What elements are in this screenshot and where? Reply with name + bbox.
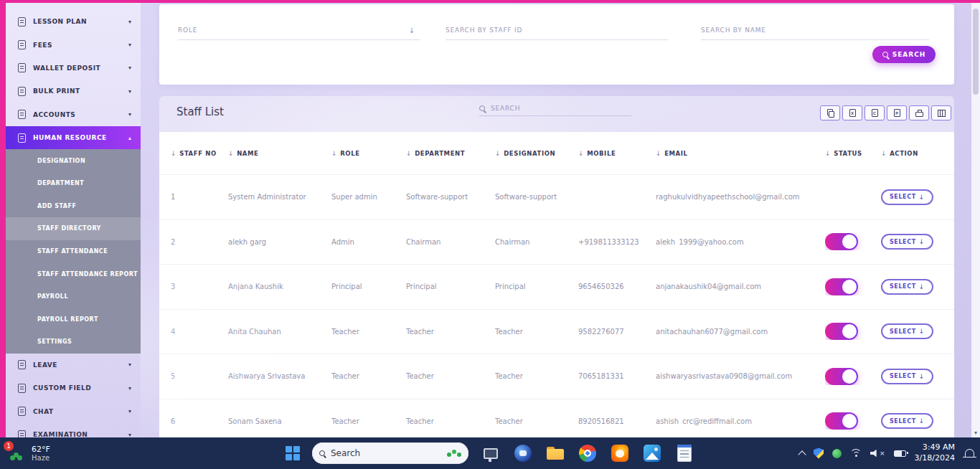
cell-role: Teacher: [331, 372, 406, 380]
search-button[interactable]: SEARCH: [872, 46, 936, 63]
name-filter[interactable]: [701, 22, 929, 40]
status-toggle[interactable]: [825, 412, 858, 430]
select-button[interactable]: SELECT↓: [881, 413, 933, 429]
status-toggle[interactable]: [825, 233, 858, 250]
cell-email: raghukulvidhyapeethschool@gmail.com: [656, 193, 825, 201]
select-button[interactable]: SELECT↓: [881, 279, 933, 295]
file-explorer-icon[interactable]: [545, 443, 565, 463]
cell-designation: Chairman: [495, 238, 578, 246]
monitor-app-icon[interactable]: [481, 443, 501, 463]
taskbar-search[interactable]: Search: [312, 442, 468, 464]
sidebar-item-label: FEES: [33, 42, 128, 49]
column-header-email[interactable]: ↓EMAIL: [656, 150, 825, 157]
toggle-knob: [842, 414, 857, 428]
sidebar-item-fees[interactable]: FEES▾: [6, 33, 141, 56]
hidden-icons-chevron[interactable]: [798, 450, 806, 458]
column-header-status[interactable]: ↓STATUS: [825, 150, 881, 157]
toggle-knob: [842, 324, 857, 338]
status-toggle[interactable]: [825, 278, 858, 295]
column-header-action[interactable]: ↓ACTION: [881, 150, 954, 157]
sidebar-item-label: LESSON PLAN: [33, 18, 128, 25]
main-content: ↓ SEARCH Staff List: [141, 3, 971, 437]
role-filter[interactable]: ↓: [178, 22, 420, 40]
chevron-down-icon: ▾: [128, 432, 131, 437]
sidebar-item-accounts[interactable]: ACCOUNTS▾: [6, 103, 141, 126]
select-button[interactable]: SELECT↓: [881, 189, 933, 205]
copy-button[interactable]: [820, 105, 840, 120]
export-excel-button[interactable]: X: [842, 105, 862, 120]
battery-icon[interactable]: [894, 450, 906, 457]
sidebar-subitem-department[interactable]: DEPARTMENT: [6, 172, 141, 195]
scroll-down-arrow[interactable]: ▾: [971, 430, 980, 436]
clover-icon: [14, 453, 19, 458]
sort-icon: ↓: [331, 150, 337, 157]
start-button[interactable]: [286, 446, 300, 460]
column-header-mobile[interactable]: ↓MOBILE: [578, 150, 656, 157]
taskbar-clock[interactable]: 3:49 AM 3/18/2024: [915, 442, 955, 464]
weather-widget[interactable]: 1 62°F Haze: [7, 437, 50, 469]
notifications-bell-icon[interactable]: [965, 449, 974, 458]
column-header-designation[interactable]: ↓DESIGNATION: [495, 150, 578, 157]
sidebar-subitem-designation[interactable]: DESIGNATION: [6, 149, 141, 172]
sidebar-subitem-add-staff[interactable]: ADD STAFF: [6, 195, 141, 218]
scrollbar[interactable]: ▾: [971, 3, 980, 437]
status-toggle[interactable]: [825, 323, 858, 340]
export-pdf-button[interactable]: P: [887, 105, 907, 120]
teams-icon[interactable]: [513, 443, 533, 463]
role-select[interactable]: [178, 22, 420, 40]
sidebar-item-custom-field[interactable]: CUSTOM FIELD▾: [6, 376, 141, 399]
photos-icon[interactable]: [642, 443, 662, 463]
wifi-icon[interactable]: [850, 449, 862, 458]
scrollbar-thumb[interactable]: [973, 9, 979, 95]
select-button[interactable]: SELECT↓: [881, 369, 933, 384]
sidebar-subitem-staff-directory[interactable]: STAFF DIRECTORY: [6, 217, 141, 240]
chrome-icon[interactable]: [578, 443, 598, 463]
tray-app-icon[interactable]: [832, 449, 842, 458]
column-header-label: DEPARTMENT: [415, 150, 465, 157]
column-header-department[interactable]: ↓DEPARTMENT: [406, 150, 495, 157]
firefox-icon[interactable]: [610, 443, 630, 463]
sort-icon: ↓: [825, 150, 831, 157]
screen: LESSON PLAN▾FEES▾WALLET DEPOSIT▾BULK PRI…: [0, 0, 980, 469]
sidebar-subitem-staff-attendance[interactable]: STAFF ATTENDANCE: [6, 240, 141, 263]
cell-action: SELECT↓: [881, 413, 954, 429]
export-csv-button[interactable]: C: [864, 105, 885, 120]
sidebar-item-chat[interactable]: CHAT▾: [6, 399, 141, 422]
column-header-staff-no[interactable]: ↓STAFF NO: [171, 150, 228, 157]
sidebar-item-bulk-print[interactable]: BULK PRINT▾: [6, 80, 141, 103]
sidebar-item-leave[interactable]: LEAVE▾: [6, 354, 141, 376]
table-search-input[interactable]: [491, 105, 631, 112]
sidebar-item-human-resource[interactable]: HUMAN RESOURCE▴: [6, 126, 141, 149]
sidebar-item-lesson-plan[interactable]: LESSON PLAN▾: [6, 10, 141, 33]
sidebar-subitem-settings[interactable]: SETTINGS: [6, 331, 141, 354]
column-header-role[interactable]: ↓ROLE: [331, 150, 406, 157]
chevron-down-icon: ↓: [919, 417, 925, 425]
name-input[interactable]: [701, 22, 929, 40]
sort-icon: ↓: [656, 150, 661, 157]
cell-name: System Administrator: [228, 193, 331, 201]
table-search[interactable]: [479, 105, 631, 116]
notepad-icon[interactable]: [674, 443, 694, 463]
staff-id-filter[interactable]: [446, 22, 668, 40]
shamrock-decoration-icon: [446, 450, 461, 457]
chevron-down-icon: ▾: [128, 88, 131, 95]
chevron-down-icon: ▾: [128, 361, 131, 368]
volume-muted-icon[interactable]: ×: [870, 449, 885, 458]
status-toggle[interactable]: [825, 368, 858, 385]
accent-strip-left: [0, 0, 6, 437]
sidebar-subitem-staff-attendance-report[interactable]: STAFF ATTENDANCE REPORT: [6, 262, 141, 285]
custom-field-icon: [18, 384, 26, 393]
sidebar-subitem-payroll-report[interactable]: PAYROLL REPORT: [6, 308, 141, 331]
sidebar-subitem-payroll[interactable]: PAYROLL: [6, 285, 141, 308]
select-button[interactable]: SELECT↓: [881, 323, 933, 339]
select-button[interactable]: SELECT↓: [881, 234, 933, 250]
columns-button[interactable]: [931, 105, 951, 120]
column-header-name[interactable]: ↓NAME: [228, 150, 331, 157]
sidebar-item-examination[interactable]: EXAMINATION▾: [6, 423, 141, 437]
cell-department: Teacher: [406, 417, 495, 425]
sidebar-item-wallet-deposit[interactable]: WALLET DEPOSIT▾: [6, 57, 141, 80]
print-button[interactable]: [909, 105, 929, 120]
sidebar: LESSON PLAN▾FEES▾WALLET DEPOSIT▾BULK PRI…: [6, 3, 141, 437]
staff-id-input[interactable]: [446, 22, 668, 40]
security-shield-icon[interactable]: [814, 448, 824, 459]
